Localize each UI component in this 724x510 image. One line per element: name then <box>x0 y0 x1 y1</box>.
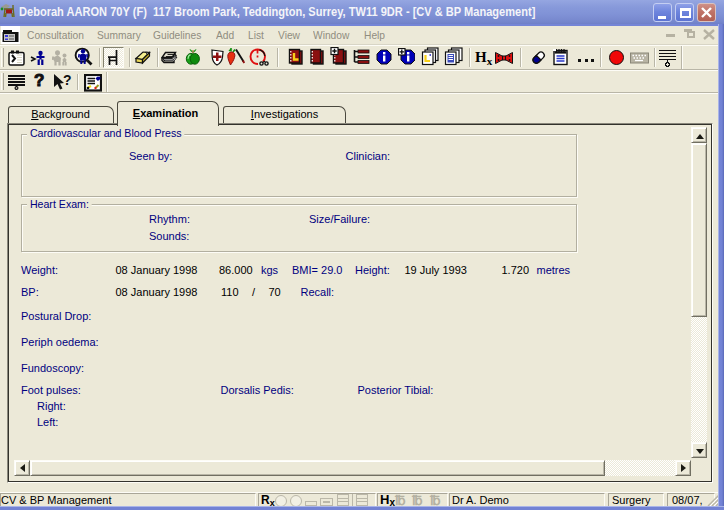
svg-text:?: ? <box>63 73 72 88</box>
